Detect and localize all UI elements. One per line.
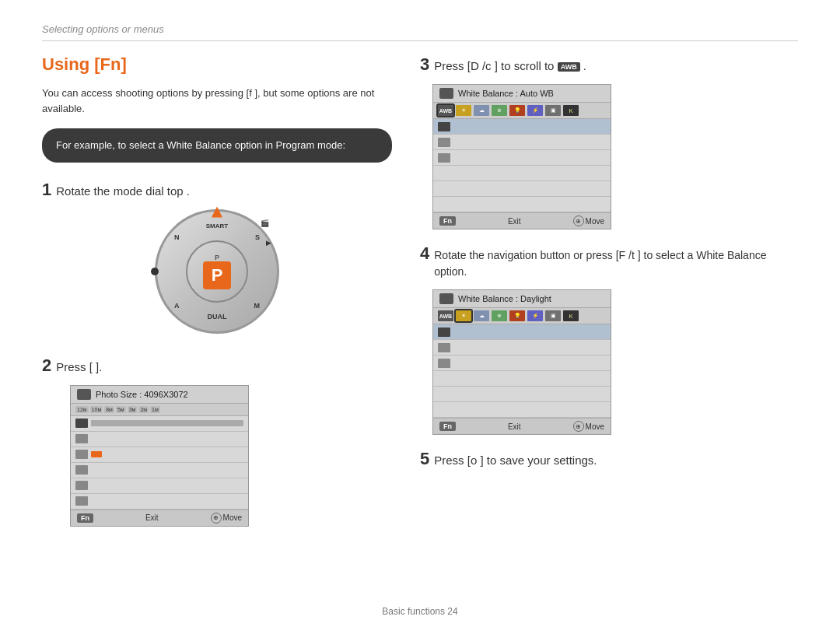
step-1: 1 Rotate the mode dial top . SMART S M A… — [42, 180, 392, 334]
wb-incan-icon: 💡 — [509, 310, 525, 321]
mode-dial: SMART S M A N 🎬 ▶ P P DUAL — [155, 209, 279, 334]
step4-cam-panel: White Balance : Daylight AWB ☀ ☁ ※ 💡 ⚡ ▣… — [432, 289, 611, 435]
intro-text: You can access shooting options by press… — [42, 86, 392, 116]
wb-fluor-icon: ※ — [492, 105, 507, 116]
wb-sunny-icon: ☀ — [456, 105, 471, 116]
step2-cam-panel: Photo Size : 4096X3072 12м 10м 8м 5м 3м … — [70, 385, 249, 527]
step3-panel-container: White Balance : Auto WB AWB ☀ ☁ ※ 💡 ⚡ ▣ … — [432, 84, 801, 229]
wb-flash-icon: ⚡ — [527, 310, 543, 321]
panel-row — [71, 463, 248, 478]
page-footer: Basic functions 24 — [0, 606, 840, 617]
wb-cloudy-icon: ☁ — [474, 105, 489, 116]
panel-header: White Balance : Auto WB — [433, 85, 611, 103]
wb-custom-icon: ▣ — [545, 310, 561, 321]
example-banner: For example, to select a White Balance o… — [42, 128, 392, 163]
panel-footer: Fn Exit ⊕ Move — [433, 418, 611, 434]
wb-incan-icon: 💡 — [509, 105, 525, 116]
wb-auto-icon: AWB — [438, 105, 453, 116]
wb-sunny-icon: ☀ — [456, 310, 471, 321]
cam-icon — [77, 389, 91, 400]
panel-row — [71, 447, 248, 463]
wb-cloudy-icon: ☁ — [474, 310, 489, 321]
wb-k-icon: K — [563, 105, 579, 116]
breadcrumb: Selecting options or menus — [42, 22, 798, 41]
left-column: Using [Fn] You can access shooting optio… — [42, 54, 392, 544]
cam-icon — [439, 88, 453, 99]
panel-footer: Fn Exit ⊕ Move — [71, 510, 248, 526]
step3-cam-panel: White Balance : Auto WB AWB ☀ ☁ ※ 💡 ⚡ ▣ … — [432, 84, 611, 229]
dial-indicator — [212, 207, 222, 218]
panel-header: Photo Size : 4096X3072 — [71, 386, 248, 404]
panel-row — [71, 432, 248, 447]
step-3: 3 Press [D /c ] to scroll to AWB . White… — [420, 54, 801, 229]
wb-fluor-icon: ※ — [492, 310, 507, 321]
nav-circle-icon: ⊕ — [573, 421, 584, 432]
cam-icon — [439, 293, 453, 304]
step-4: 4 Rotate the navigation button or press … — [420, 243, 801, 435]
wb-auto-icon: AWB — [438, 310, 453, 321]
panel-footer: Fn Exit ⊕ Move — [433, 212, 611, 229]
nav-circle-icon: ⊕ — [211, 513, 222, 524]
nav-circle-icon: ⊕ — [573, 215, 584, 226]
panel-header: White Balance : Daylight — [433, 290, 611, 308]
right-column: 3 Press [D /c ] to scroll to AWB . White… — [420, 54, 801, 486]
panel-row — [71, 494, 248, 510]
wb-k-icon: K — [563, 310, 579, 321]
section-title: Using [Fn] — [42, 54, 392, 75]
wb-custom-icon: ▣ — [545, 105, 561, 116]
step-2: 2 Press [ ]. Photo Size : 4096X3072 12м … — [42, 356, 392, 527]
step2-panel-container: Photo Size : 4096X3072 12м 10м 8м 5м 3м … — [70, 385, 392, 527]
panel-row — [71, 478, 248, 494]
panel-row — [71, 416, 248, 432]
awb-icon: AWB — [558, 62, 580, 72]
step-5: 5 Press [o ] to save your settings. — [420, 449, 801, 469]
wb-flash-icon: ⚡ — [527, 105, 543, 116]
step4-panel-container: White Balance : Daylight AWB ☀ ☁ ※ 💡 ⚡ ▣… — [432, 289, 801, 435]
